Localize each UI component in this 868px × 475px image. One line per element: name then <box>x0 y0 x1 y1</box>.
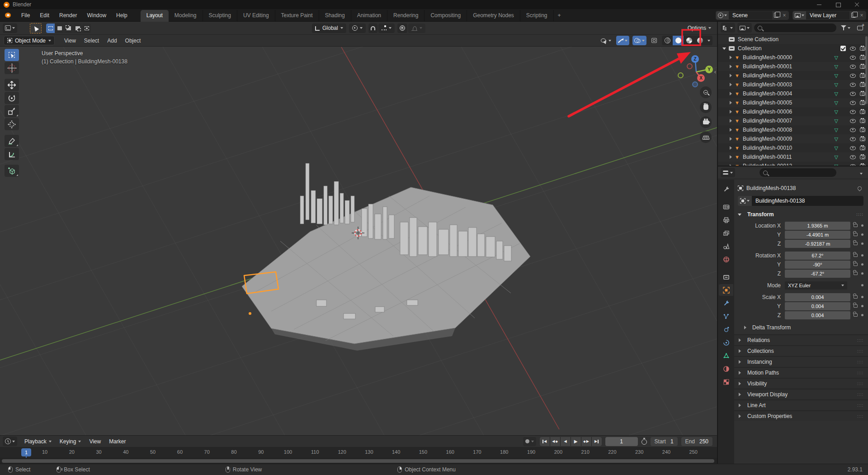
tab-render[interactable] <box>719 201 733 213</box>
editor-type-button[interactable] <box>3 24 17 33</box>
tab-constraints[interactable] <box>719 337 733 348</box>
lock-icon[interactable] <box>854 254 858 257</box>
outliner-row-mesh[interactable]: ▼ BuildingMesh-00002 ▽ <box>718 71 868 80</box>
xray-toggle[interactable] <box>650 36 659 45</box>
panel-grip-icon[interactable] <box>857 370 863 375</box>
tab-collection-props[interactable] <box>719 271 733 283</box>
mode-dropdown[interactable]: Object Mode <box>4 36 55 45</box>
animate-dot[interactable] <box>861 233 863 236</box>
timeline-ruler[interactable]: 1020304050607080901001101201301401501601… <box>0 447 717 458</box>
jump-to-start-button[interactable]: ◀ <box>540 437 550 446</box>
transform-value-field[interactable]: 67.2° <box>785 252 850 260</box>
collapse-arrow-icon[interactable] <box>730 119 732 123</box>
panel-grip-icon[interactable] <box>857 381 863 386</box>
transform-value-field[interactable]: 0.004 <box>785 293 850 301</box>
navigation-gizmo[interactable]: Z Y X <box>675 49 716 91</box>
outliner-filter-type-button[interactable] <box>737 23 752 33</box>
gizmo-axis-y[interactable]: Y <box>705 66 713 73</box>
rotation-mode-dropdown[interactable]: XYZ Euler <box>785 281 847 290</box>
transform-value-field[interactable]: -90° <box>785 261 850 269</box>
tab-physics[interactable] <box>719 323 733 335</box>
jump-to-end-button[interactable]: ▶ <box>592 437 602 446</box>
tool-add-cube[interactable] <box>5 165 19 177</box>
timeline-dropdown-menu[interactable]: Keying <box>56 437 85 446</box>
hide-eye-icon[interactable] <box>850 92 856 96</box>
outliner-row-mesh[interactable]: ▼ BuildingMesh-00007 ▽ <box>718 116 868 125</box>
hide-eye-icon[interactable] <box>850 65 856 69</box>
panel-grip-icon[interactable] <box>857 360 863 364</box>
shading-material-preview-button[interactable] <box>684 36 694 45</box>
outliner-row-scene-collection[interactable]: Scene Collection <box>718 35 868 44</box>
timeline-editor-type-button[interactable] <box>3 437 17 446</box>
proportional-falloff-dropdown[interactable] <box>408 24 425 33</box>
hide-eye-icon[interactable] <box>850 155 856 159</box>
tab-particles[interactable] <box>719 310 733 322</box>
transform-orientation-dropdown[interactable]: Global <box>312 24 346 33</box>
lock-icon[interactable] <box>854 304 858 308</box>
select-mode-extend[interactable] <box>55 24 64 33</box>
render-visibility-icon[interactable] <box>860 74 865 78</box>
animate-dot[interactable] <box>861 254 863 256</box>
workspace-tab[interactable]: Modeling <box>169 10 203 22</box>
panel-grip-icon[interactable] <box>856 212 863 217</box>
scene-name[interactable]: Scene <box>729 12 772 19</box>
transform-value-field[interactable]: 0.004 <box>785 302 850 310</box>
workspace-tab[interactable]: Scripting <box>520 10 554 22</box>
animate-dot[interactable] <box>861 305 863 307</box>
transform-value-field[interactable]: 1.9365 m <box>785 222 850 230</box>
outliner-row-mesh[interactable]: ▼ BuildingMesh-00000 ▽ <box>718 53 868 62</box>
tab-object[interactable] <box>719 284 733 296</box>
outliner-row-mesh[interactable]: ▼ BuildingMesh-00011 ▽ <box>718 152 868 162</box>
hide-eye-icon[interactable] <box>850 56 856 60</box>
properties-options-dropdown[interactable] <box>860 170 865 176</box>
hide-eye-icon[interactable] <box>850 47 856 51</box>
collection-checkbox[interactable] <box>840 46 846 51</box>
lock-icon[interactable] <box>854 272 858 275</box>
collapsed-panel[interactable]: Line Art <box>734 399 868 410</box>
collapsed-panel[interactable]: Motion Paths <box>734 367 868 378</box>
lock-icon[interactable] <box>854 242 858 245</box>
collapse-arrow-icon[interactable] <box>730 92 732 95</box>
collapse-arrow-icon[interactable] <box>730 101 732 104</box>
gizmo-axis-y-neg[interactable] <box>678 72 684 78</box>
timeline-menu[interactable]: View <box>85 437 104 446</box>
workspace-tab[interactable]: Texture Paint <box>275 10 319 22</box>
proportional-edit-toggle[interactable] <box>397 24 407 33</box>
select-mode-invert[interactable] <box>73 24 82 33</box>
tool-cursor[interactable] <box>5 62 19 74</box>
panel-grip-icon[interactable] <box>857 349 863 353</box>
zoom-button[interactable] <box>700 86 712 98</box>
overlays-toggle[interactable] <box>632 36 646 45</box>
expand-arrow-icon[interactable] <box>722 48 726 50</box>
frame-end-field[interactable]: End250 <box>681 437 712 446</box>
hide-eye-icon[interactable] <box>850 146 856 150</box>
scene-unlink-button[interactable]: × <box>780 11 788 19</box>
workspace-tab[interactable]: Animation <box>351 10 387 22</box>
menu-item[interactable]: Render <box>54 11 82 20</box>
camera-view-button[interactable] <box>700 116 712 128</box>
viewport-menu-item[interactable]: View <box>60 36 80 45</box>
outliner-row-mesh[interactable]: ▼ BuildingMesh-00003 ▽ <box>718 80 868 89</box>
outliner-row-mesh[interactable]: ▼ BuildingMesh-00012 ▽ <box>718 162 868 166</box>
stopwatch-icon[interactable] <box>642 439 647 445</box>
render-visibility-icon[interactable] <box>860 155 865 159</box>
animate-dot[interactable] <box>861 272 863 275</box>
shading-solid-button[interactable] <box>673 36 684 45</box>
view-layer-name[interactable]: View Layer <box>806 12 849 19</box>
tool-select-box[interactable] <box>5 49 19 61</box>
viewport-menu-item[interactable]: Add <box>103 36 121 45</box>
minimize-button[interactable] <box>816 2 822 7</box>
outliner-row-mesh[interactable]: ▼ BuildingMesh-00004 ▽ <box>718 89 868 98</box>
render-visibility-icon[interactable] <box>860 137 865 141</box>
tab-output[interactable] <box>719 214 733 226</box>
menu-item[interactable]: Help <box>111 11 132 20</box>
render-visibility-icon[interactable] <box>860 47 865 51</box>
active-tool-indicator[interactable] <box>30 23 42 33</box>
collapsed-panel[interactable]: Collections <box>734 345 868 356</box>
viewport-menu-item[interactable]: Select <box>80 36 103 45</box>
pivot-point-dropdown[interactable] <box>349 24 366 33</box>
current-frame-field[interactable]: 1 <box>605 437 638 446</box>
scene-browse-button[interactable] <box>716 11 729 19</box>
tool-transform[interactable] <box>5 118 19 130</box>
tab-layout[interactable]: Layout <box>141 10 169 22</box>
